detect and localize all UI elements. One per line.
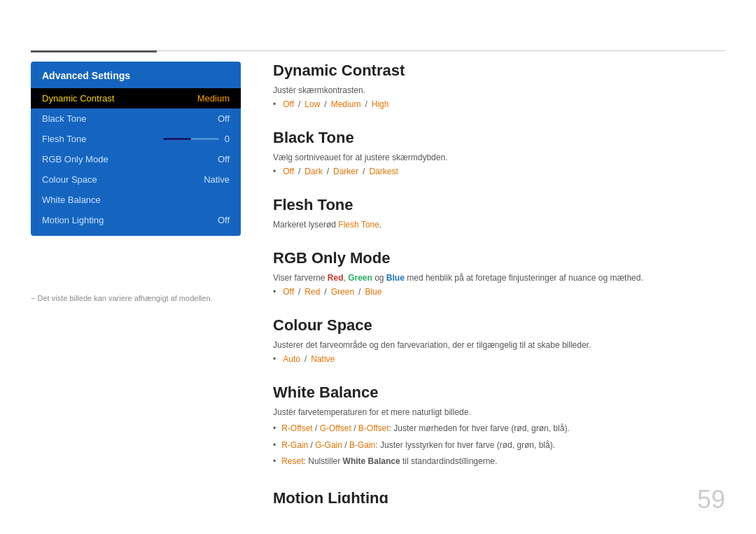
- sidebar-item-value: Native: [204, 174, 230, 185]
- sidebar-item-rgb-only-mode[interactable]: RGB Only Mode Off: [31, 149, 241, 169]
- option-off: Off: [283, 167, 294, 176]
- divider: /: [358, 287, 360, 297]
- sidebar-item-label: Flesh Tone: [42, 134, 86, 144]
- divider: /: [327, 167, 329, 176]
- section-title: Flesh Tone: [273, 196, 725, 214]
- b-gain: B-Gain: [349, 440, 375, 450]
- option-off: Off: [283, 287, 294, 297]
- flesh-tone-slider[interactable]: [163, 138, 219, 140]
- reset: Reset: [281, 456, 303, 466]
- section-options: • Off / Red / Green / Blue: [273, 287, 725, 297]
- bullet: •: [273, 167, 276, 176]
- sidebar-item-value: Off: [218, 215, 230, 225]
- option-auto: Auto: [283, 354, 300, 364]
- g-offset: G-Offset: [320, 423, 351, 433]
- option-off: Off: [283, 99, 294, 109]
- bullet: •: [273, 287, 276, 297]
- r-offset: R-Offset: [281, 423, 312, 433]
- option-green: Green: [331, 287, 354, 297]
- option-medium: Medium: [331, 99, 361, 109]
- b-offset: B-Offset: [358, 423, 389, 433]
- divider: /: [298, 287, 300, 297]
- divider: /: [304, 354, 307, 364]
- section-desc: Justér skærmkontrasten.: [273, 85, 725, 95]
- sidebar-item-white-balance[interactable]: White Balance: [31, 190, 241, 210]
- section-title: White Balance: [273, 384, 725, 402]
- flesh-tone-control: 0: [163, 134, 230, 144]
- divider: /: [363, 167, 365, 176]
- flesh-tone-value: 0: [225, 134, 230, 144]
- divider: /: [298, 167, 300, 176]
- section-options: • Auto / Native: [273, 354, 725, 364]
- option-native: Native: [311, 354, 335, 364]
- sidebar-item-value: Off: [218, 113, 230, 124]
- sidebar-item-flesh-tone[interactable]: Flesh Tone 0: [31, 129, 241, 149]
- wb-detail-row: • R-Offset / G-Offset / B-Offset: Juster…: [273, 421, 725, 437]
- sidebar-item-colour-space[interactable]: Colour Space Native: [31, 169, 241, 190]
- color-blue: Blue: [386, 273, 405, 283]
- sidebar-note: − Det viste billede kan variere afhængig…: [31, 294, 213, 302]
- wb-detail-text: R-Gain / G-Gain / B-Gain: Juster lysstyr…: [281, 438, 555, 454]
- sidebar-item-label: Black Tone: [42, 113, 86, 124]
- section-title: Motion Lighting: [273, 489, 725, 503]
- section-dynamic-contrast: Dynamic Contrast Justér skærmkontrasten.…: [273, 62, 725, 109]
- main-content: Dynamic Contrast Justér skærmkontrasten.…: [273, 62, 725, 503]
- sidebar-item-label: Dynamic Contrast: [42, 93, 114, 104]
- section-options: • Off / Dark / Darker / Darkest: [273, 167, 725, 176]
- option-low: Low: [304, 99, 320, 109]
- option-red: Red: [304, 287, 320, 297]
- sidebar-item-value: Medium: [197, 93, 230, 104]
- sidebar-title: Advanced Settings: [31, 62, 241, 88]
- section-title: Colour Space: [273, 316, 725, 335]
- section-desc: Justér farvetemperaturen for et mere nat…: [273, 407, 725, 417]
- wb-detail-row: • Reset: Nulstiller White Balance til st…: [273, 454, 725, 470]
- wb-detail-row: • R-Gain / G-Gain / B-Gain: Juster lysst…: [273, 438, 725, 454]
- sidebar-item-label: White Balance: [42, 195, 101, 205]
- bullet: •: [273, 454, 276, 470]
- section-motion-lighting: Motion Lighting Reducerer strømforbruget…: [273, 489, 725, 503]
- bullet: •: [273, 438, 276, 454]
- section-colour-space: Colour Space Justerer det farveområde og…: [273, 316, 725, 364]
- section-desc: Markeret lyserød Flesh Tone.: [273, 220, 725, 230]
- sidebar-item-label: Colour Space: [42, 174, 97, 185]
- option-high: High: [372, 99, 389, 109]
- section-white-balance: White Balance Justér farvetemperaturen f…: [273, 384, 725, 470]
- option-blue: Blue: [365, 287, 382, 297]
- wb-detail-text: Reset: Nulstiller White Balance til stan…: [281, 454, 497, 470]
- sidebar-item-label: RGB Only Mode: [42, 154, 108, 164]
- section-black-tone: Black Tone Vælg sortniveauet for at just…: [273, 129, 725, 176]
- sidebar-item-value: Off: [218, 154, 230, 164]
- color-red: Red: [328, 273, 344, 283]
- section-flesh-tone: Flesh Tone Markeret lyserød Flesh Tone.: [273, 196, 725, 230]
- sidebar-item-black-tone[interactable]: Black Tone Off: [31, 108, 241, 129]
- divider: /: [324, 287, 326, 297]
- wb-detail-text: R-Offset / G-Offset / B-Offset: Juster m…: [281, 421, 570, 437]
- divider: /: [324, 99, 326, 109]
- section-options: • Off / Low / Medium / High: [273, 99, 725, 109]
- bullet: •: [273, 354, 276, 364]
- divider: /: [365, 99, 367, 109]
- section-title: Dynamic Contrast: [273, 62, 725, 80]
- option-dark: Dark: [304, 167, 322, 176]
- flesh-tone-highlight: Flesh Tone: [338, 220, 379, 230]
- g-gain: G-Gain: [315, 440, 342, 450]
- section-desc: Vælg sortniveauet for at justere skærmdy…: [273, 153, 725, 162]
- sidebar: Advanced Settings Dynamic Contrast Mediu…: [31, 62, 241, 236]
- section-desc: Viser farverne Red, Green og Blue med he…: [273, 273, 725, 283]
- option-darker: Darker: [333, 167, 358, 176]
- white-balance-details: • R-Offset / G-Offset / B-Offset: Juster…: [273, 421, 725, 470]
- sidebar-item-motion-lighting[interactable]: Motion Lighting Off: [31, 210, 241, 230]
- sidebar-item-dynamic-contrast[interactable]: Dynamic Contrast Medium: [31, 88, 241, 108]
- top-accent: [31, 50, 157, 52]
- color-green: Green: [348, 273, 372, 283]
- r-gain: R-Gain: [281, 440, 308, 450]
- section-rgb-only-mode: RGB Only Mode Viser farverne Red, Green …: [273, 249, 725, 297]
- page-number: 59: [697, 485, 725, 514]
- section-title: Black Tone: [273, 129, 725, 147]
- section-title: RGB Only Mode: [273, 249, 725, 267]
- option-darkest: Darkest: [369, 167, 398, 176]
- bullet: •: [273, 99, 276, 109]
- white-balance-bold: White Balance: [343, 456, 400, 466]
- divider: /: [298, 99, 300, 109]
- slider-fill: [163, 138, 191, 140]
